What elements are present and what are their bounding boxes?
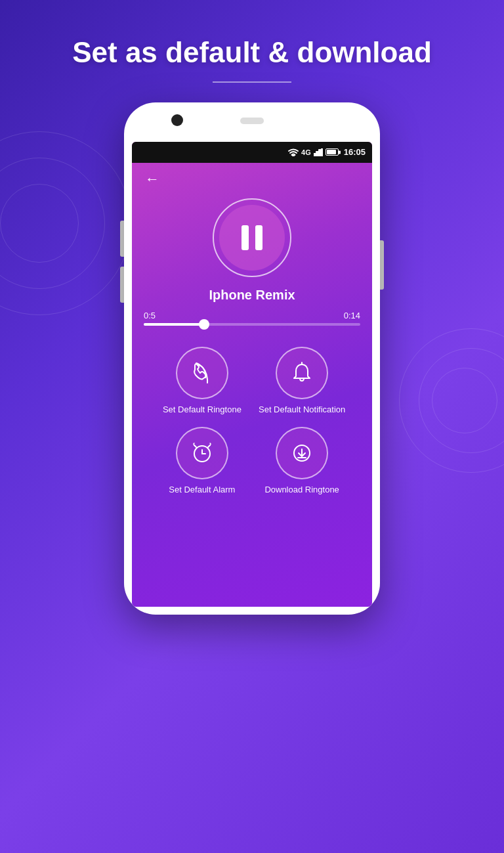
svg-point-0 [293,155,294,156]
title-divider [213,81,291,83]
notification-circle [276,347,328,399]
phone-camera [171,114,183,126]
ringtone-circle [176,347,228,399]
svg-rect-3 [319,150,321,156]
svg-rect-1 [314,154,316,156]
progress-bar[interactable] [144,323,360,326]
phone-speaker [240,118,264,124]
download-icon [289,441,314,466]
network-label: 4G [301,148,311,156]
phone-screen: 4G 16:05 [132,142,372,607]
battery-icon [326,148,339,156]
status-time: 16:05 [344,147,366,157]
status-icons: 4G 16:05 [288,147,366,157]
action-alarm[interactable]: Set Default Alarm [159,427,245,496]
signal-icon [314,148,323,156]
pause-icon [242,225,262,250]
wifi-icon [288,148,299,156]
play-pause-inner [219,205,285,271]
total-time: 0:14 [344,311,360,320]
progress-area: 0:5 0:14 [138,308,366,328]
action-download[interactable]: Download Ringtone [259,427,345,496]
actions-grid: Set Default Ringtone Set Default Notific… [151,347,353,496]
current-time: 0:5 [144,311,156,320]
action-ringtone[interactable]: Set Default Ringtone [159,347,245,416]
app-content: ← Iphone Remix 0:5 0:1 [132,163,372,496]
alarm-circle [176,427,228,479]
download-circle [276,427,328,479]
time-labels: 0:5 0:14 [144,311,360,320]
pause-bar-1 [242,225,249,250]
action-notification[interactable]: Set Default Notification [259,347,345,416]
play-pause-button[interactable] [213,198,291,277]
svg-rect-2 [316,152,318,156]
svg-rect-4 [322,148,323,156]
download-label: Download Ringtone [264,485,339,496]
phone-body: 4G 16:05 [124,102,380,615]
ringtone-label: Set Default Ringtone [163,405,242,416]
pause-bar-2 [255,225,262,250]
notification-label: Set Default Notification [259,405,345,416]
side-button-right [380,240,384,290]
progress-thumb[interactable] [199,319,209,330]
phone-mockup: 4G 16:05 [124,102,380,615]
status-bar: 4G 16:05 [132,142,372,163]
alarm-icon [190,441,215,466]
alarm-label: Set Default Alarm [169,485,235,496]
track-name: Iphone Remix [209,288,295,303]
phone-icon [190,361,215,385]
back-button[interactable]: ← [138,165,166,193]
bell-icon [289,361,314,385]
page-title: Set as default & download [72,36,432,70]
